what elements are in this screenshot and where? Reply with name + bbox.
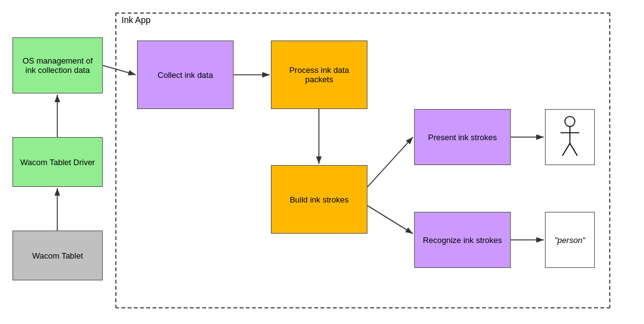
person-figure-box	[545, 109, 595, 165]
svg-line-4	[570, 143, 577, 156]
wacom-driver-box: Wacom Tablet Driver	[12, 137, 103, 187]
wacom-tablet-box: Wacom Tablet	[12, 231, 103, 280]
person-text-box: "person"	[545, 212, 595, 268]
build-strokes-box: Build ink strokes	[271, 165, 367, 234]
svg-point-0	[565, 117, 575, 126]
process-ink-box: Process ink data packets	[271, 40, 367, 109]
person-icon	[557, 115, 582, 159]
svg-line-3	[562, 143, 570, 156]
collect-ink-box: Collect ink data	[137, 40, 234, 109]
recognize-strokes-box: Recognize ink strokes	[414, 212, 511, 268]
diagram-container: Ink App OS management of ink collection …	[0, 0, 644, 324]
ink-app-label: Ink App	[121, 15, 151, 25]
present-strokes-box: Present ink strokes	[414, 109, 511, 165]
os-management-box: OS management of ink collection data	[12, 37, 103, 93]
